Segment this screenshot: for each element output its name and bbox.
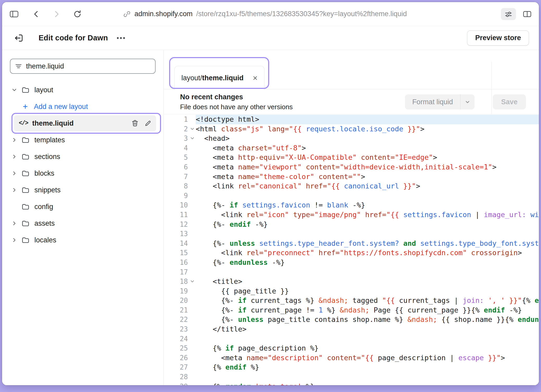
folder-item-layout[interactable]: layout bbox=[2, 82, 163, 98]
code-line[interactable]: 20 {%- if current_tags %} &ndash; tagged… bbox=[164, 296, 539, 305]
code-line[interactable]: 16 {%- endunless -%} bbox=[164, 258, 539, 267]
tab-theme-liquid[interactable]: layout/theme.liquid × bbox=[174, 66, 265, 90]
close-tab-icon[interactable]: × bbox=[253, 74, 257, 82]
line-number: 6 bbox=[164, 162, 196, 172]
folder-item-blocks[interactable]: blocks bbox=[2, 165, 163, 182]
chevron-right-icon[interactable] bbox=[11, 187, 19, 193]
chevron-down-icon[interactable] bbox=[11, 87, 19, 93]
code-line[interactable]: 12 {%- endif -%} bbox=[164, 220, 539, 229]
toolbar-actions: Format liquid Save bbox=[405, 94, 526, 109]
preview-store-button[interactable]: Preview store bbox=[467, 30, 529, 46]
code-line[interactable]: 15 <link rel="preconnect" href="https://… bbox=[164, 248, 539, 258]
code-line-text: </title> bbox=[196, 324, 539, 334]
line-number: 2 bbox=[164, 124, 196, 134]
code-line-text: {%- endunless -%} bbox=[196, 258, 539, 267]
code-line[interactable]: 6 <meta name="viewport" content="width=d… bbox=[164, 162, 539, 172]
folder-item-snippets[interactable]: snippets bbox=[2, 182, 163, 198]
code-editor[interactable]: 1<!doctype html>2<html class="js" lang="… bbox=[164, 115, 539, 385]
folder-icon bbox=[21, 152, 30, 161]
code-line[interactable]: 10 {%- if settings.favicon != blank -%} bbox=[164, 200, 539, 210]
code-line-text: <link rel="preconnect" href="https://fon… bbox=[196, 248, 539, 258]
code-line-text: <html class="js" lang="{{ request.locale… bbox=[196, 124, 539, 134]
sidebar-toggle-icon[interactable] bbox=[9, 10, 19, 18]
content-area: theme.liquid layout+Add a new layout</>t… bbox=[2, 50, 539, 385]
back-icon[interactable] bbox=[32, 10, 40, 18]
code-line[interactable]: 19 {{ page_title }} bbox=[164, 286, 539, 296]
code-line[interactable]: 8 <link rel="canonical" href="{{ canonic… bbox=[164, 181, 539, 191]
code-line-text: {%- if current_tags %} &ndash; tagged "{… bbox=[196, 296, 539, 305]
add-new-layout-button[interactable]: +Add a new layout bbox=[2, 98, 163, 115]
folder-icon bbox=[21, 219, 30, 228]
folder-icon bbox=[21, 86, 30, 94]
line-number: 9 bbox=[164, 191, 196, 201]
code-line[interactable]: 3 <head> bbox=[164, 134, 539, 143]
code-line[interactable]: 1<!doctype html> bbox=[164, 115, 539, 124]
chevron-right-icon[interactable] bbox=[11, 154, 19, 160]
chevron-right-icon[interactable] bbox=[11, 137, 19, 143]
browser-toolbar: admin.shopify.com/store/rzq1xu-f5/themes… bbox=[2, 2, 539, 26]
code-line[interactable]: 9 bbox=[164, 191, 539, 201]
code-line[interactable]: 24 bbox=[164, 334, 539, 344]
line-number: 12 bbox=[164, 220, 196, 229]
code-line[interactable]: 4 <meta charset="utf-8"> bbox=[164, 143, 539, 153]
chevron-right-icon[interactable] bbox=[11, 220, 19, 226]
code-line[interactable]: 18 <title> bbox=[164, 277, 539, 286]
code-line[interactable]: 13 bbox=[164, 229, 539, 239]
delete-file-icon[interactable] bbox=[131, 119, 139, 127]
code-line[interactable]: 27 {% endif %} bbox=[164, 363, 539, 372]
code-line[interactable]: 28 bbox=[164, 372, 539, 382]
status-title: No recent changes bbox=[180, 93, 293, 101]
more-actions-icon[interactable] bbox=[116, 36, 126, 40]
fold-chevron-icon[interactable] bbox=[190, 279, 195, 284]
code-line[interactable]: 22 {%- unless page_title contains shop.n… bbox=[164, 315, 539, 324]
chevron-right-icon[interactable] bbox=[11, 170, 19, 176]
line-number: 27 bbox=[164, 363, 196, 372]
code-line-text: <link rel="canonical" href="{{ canonical… bbox=[196, 181, 539, 191]
split-view-icon[interactable] bbox=[523, 10, 532, 18]
code-line[interactable]: 29 {% render 'meta-tags' %} bbox=[164, 382, 539, 385]
chevron-down-icon[interactable] bbox=[460, 99, 475, 105]
line-number: 16 bbox=[164, 258, 196, 267]
line-number: 14 bbox=[164, 239, 196, 248]
file-item-theme.liquid[interactable]: </>theme.liquid bbox=[14, 115, 156, 131]
line-number: 21 bbox=[164, 305, 196, 315]
code-line[interactable]: 14 {%- unless settings.type_header_font.… bbox=[164, 239, 539, 248]
forward-icon[interactable] bbox=[53, 10, 60, 18]
code-line[interactable]: 17 bbox=[164, 267, 539, 277]
editor-pane: layout/theme.liquid × No recent changes … bbox=[164, 50, 539, 385]
code-line[interactable]: 2<html class="js" lang="{{ request.local… bbox=[164, 124, 539, 134]
rename-file-icon[interactable] bbox=[144, 119, 152, 127]
url-domain: admin.shopify.com bbox=[134, 10, 193, 18]
tab-path-prefix: layout/ bbox=[181, 74, 202, 82]
code-line-text: {{ page_title }} bbox=[196, 286, 539, 296]
folder-item-templates[interactable]: templates bbox=[2, 132, 163, 148]
chevron-right-icon[interactable] bbox=[11, 237, 19, 243]
browser-settings-button[interactable] bbox=[501, 8, 516, 20]
fold-chevron-icon[interactable] bbox=[190, 127, 195, 131]
code-line-text: <meta charset="utf-8"> bbox=[196, 143, 539, 153]
file-search-input[interactable]: theme.liquid bbox=[10, 59, 156, 74]
exit-icon[interactable] bbox=[14, 33, 24, 43]
folder-item-assets[interactable]: assets bbox=[2, 215, 163, 232]
folder-item-sections[interactable]: sections bbox=[2, 148, 163, 165]
code-line[interactable]: 21 {%- if current_page != 1 %} &ndash; P… bbox=[164, 305, 539, 315]
code-line[interactable]: 11 <link rel="icon" type="image/png" hre… bbox=[164, 210, 539, 220]
code-line[interactable]: 7 <meta name="theme-color" content=""> bbox=[164, 172, 539, 182]
page-title: Edit code for Dawn bbox=[39, 34, 108, 42]
url-path: /store/rzq1xu-f5/themes/132683530345?key… bbox=[196, 10, 407, 18]
folder-item-locales[interactable]: locales bbox=[2, 232, 163, 248]
address-bar[interactable]: admin.shopify.com/store/rzq1xu-f5/themes… bbox=[123, 10, 407, 18]
code-line[interactable]: 26 <meta name="description" content="{{ … bbox=[164, 353, 539, 363]
code-line[interactable]: 5 <meta http-equiv="X-UA-Compatible" con… bbox=[164, 153, 539, 162]
browser-nav bbox=[32, 10, 82, 19]
code-line[interactable]: 23 </title> bbox=[164, 324, 539, 334]
save-button[interactable]: Save bbox=[493, 94, 526, 109]
format-liquid-button[interactable]: Format liquid bbox=[405, 94, 475, 109]
folder-item-config[interactable]: config bbox=[2, 198, 163, 215]
fold-chevron-icon[interactable] bbox=[190, 136, 195, 141]
line-number: 22 bbox=[164, 315, 196, 324]
code-line[interactable]: 25 {% if page_description %} bbox=[164, 344, 539, 353]
line-number: 1 bbox=[164, 115, 196, 124]
reload-icon[interactable] bbox=[73, 10, 82, 19]
line-number: 29 bbox=[164, 382, 196, 385]
